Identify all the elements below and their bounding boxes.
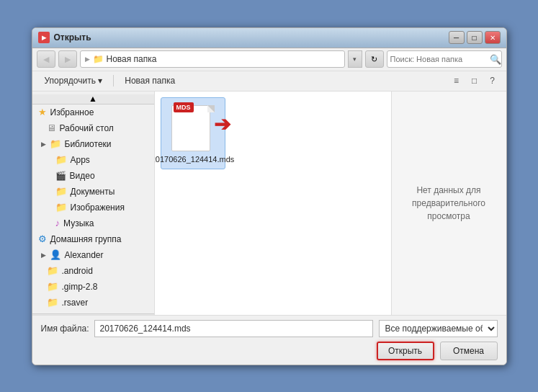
scroll-down-button[interactable]: ▼ [32,313,154,315]
documents-label: Документы [71,187,115,197]
cancel-button[interactable]: Отмена [440,342,498,360]
search-bar: 🔍 [387,50,502,68]
page-fold [207,105,215,112]
filename-row: Имя файла: Все поддерживаемые образы [41,320,498,337]
help-button[interactable]: ? [485,73,501,89]
sidebar-item-favorites[interactable]: ★ Избранное [32,104,154,120]
file-item[interactable]: MDS ➔ 20170626_124414.mds [161,97,225,169]
sidebar-item-saver[interactable]: 📁 .rsaver [32,295,154,311]
maximize-button[interactable]: □ [467,31,483,44]
file-grid: MDS ➔ 20170626_124414.mds [161,97,385,169]
sidebar-item-libraries[interactable]: ▶ 📁 Библиотеки [32,136,154,152]
path-arrow: ▶ [85,55,90,63]
window-controls: ─ □ ✕ [449,31,501,44]
window-title: Открыть [54,32,449,43]
file-name: 20170626_124414.mds [155,154,235,164]
path-folder-icon: 📁 [93,54,104,64]
sidebar-item-user[interactable]: ▶ 👤 Alexander [32,247,154,263]
open-button[interactable]: Открыть [377,342,434,360]
dialog-window: ▶ Открыть ─ □ ✕ ◀ ▶ ▶ 📁 Новая папка ▾ ↻ … [32,27,507,365]
monitor-icon: 🖥 [47,122,56,133]
desktop-label: Рабочий стол [60,123,114,133]
android-label: .android [62,266,93,276]
filetype-select[interactable]: Все поддерживаемые образы [379,320,498,337]
libraries-folder-icon: 📁 [50,138,61,149]
video-icon: 🎬 [55,171,66,181]
saver-label: .rsaver [62,298,89,308]
organize-button[interactable]: Упорядочить ▾ [38,74,109,88]
homegroup-icon: ⚙ [38,233,47,244]
music-label: Музыка [63,218,94,228]
close-button[interactable]: ✕ [485,31,501,44]
apps-folder-icon: 📁 [55,154,67,165]
view-toggle-button[interactable]: ≡ [449,73,465,89]
forward-button[interactable]: ▶ [58,50,77,68]
homegroup-label: Домашняя группа [50,234,122,244]
view-mode-button[interactable]: □ [467,73,483,89]
refresh-button[interactable]: ↻ [365,50,384,68]
libraries-label: Библиотеки [65,139,112,149]
search-icon[interactable]: 🔍 [490,54,501,65]
sidebar-item-apps[interactable]: 📁 Apps [32,152,154,168]
images-folder-icon: 📁 [55,202,67,213]
nav-toolbar: ◀ ▶ ▶ 📁 Новая папка ▾ ↻ 🔍 [32,48,506,71]
file-area: MDS ➔ 20170626_124414.mds [155,92,391,315]
mds-file-icon: MDS [171,102,215,153]
sidebar-item-images[interactable]: 📁 Изображения [32,200,154,215]
path-text: Новая папка [107,54,157,64]
minimize-button[interactable]: ─ [449,31,465,44]
sidebar-item-gimp[interactable]: 📁 .gimp-2.8 [32,279,154,295]
main-content: ▲ ★ Избранное 🖥 Рабочий стол ▶ 📁 Библиот… [32,92,506,315]
action-toolbar: Упорядочить ▾ Новая папка ≡ □ ? [32,71,506,92]
path-bar: ▶ 📁 Новая папка [80,50,345,68]
new-folder-button[interactable]: Новая папка [118,74,181,88]
scroll-up-button[interactable]: ▲ [32,94,154,104]
user-label: Alexander [65,250,104,260]
documents-folder-icon: 📁 [55,186,67,197]
gimp-label: .gimp-2.8 [62,282,98,292]
sidebar-item-desktop[interactable]: 🖥 Рабочий стол [32,120,154,136]
button-row: Открыть Отмена [41,342,498,360]
sidebar: ▲ ★ Избранное 🖥 Рабочий стол ▶ 📁 Библиот… [32,92,154,315]
back-button[interactable]: ◀ [37,50,55,68]
video-label: Видео [70,171,95,181]
mds-badge: MDS [174,102,194,112]
saver-folder-icon: 📁 [47,297,58,308]
apps-label: Apps [71,155,90,165]
preview-panel: Нет данных для предварительного просмотр… [391,92,506,315]
toolbar-separator [113,75,114,86]
music-icon: ♪ [55,218,60,228]
sidebar-item-homegroup[interactable]: ⚙ Домашняя группа [32,231,154,247]
favorites-label: Избранное [50,107,94,117]
filename-input[interactable] [94,320,372,337]
app-icon: ▶ [38,32,50,43]
title-bar: ▶ Открыть ─ □ ✕ [32,28,506,48]
sidebar-item-music[interactable]: ♪ Музыка [32,215,154,231]
expand-arrow: ▶ [41,141,46,148]
sidebar-item-video[interactable]: 🎬 Видео [32,168,154,184]
sidebar-item-documents[interactable]: 📁 Документы [32,184,154,200]
user-expand-arrow: ▶ [41,251,46,259]
path-dropdown-button[interactable]: ▾ [348,50,362,68]
bottom-area: Имя файла: Все поддерживаемые образы Отк… [32,315,506,365]
filename-label: Имя файла: [41,324,89,334]
user-icon: 👤 [50,249,61,260]
gimp-folder-icon: 📁 [47,281,58,292]
arrow-indicator: ➔ [214,112,230,136]
android-folder-icon: 📁 [47,265,58,276]
images-label: Изображения [71,202,125,213]
star-icon: ★ [38,107,47,117]
search-input[interactable] [390,55,490,63]
no-preview-text: Нет данных для предварительного просмотр… [399,184,499,223]
toolbar-right: ≡ □ ? [449,73,501,89]
sidebar-container: ▲ ★ Избранное 🖥 Рабочий стол ▶ 📁 Библиот… [32,92,155,315]
sidebar-item-android[interactable]: 📁 .android [32,263,154,279]
